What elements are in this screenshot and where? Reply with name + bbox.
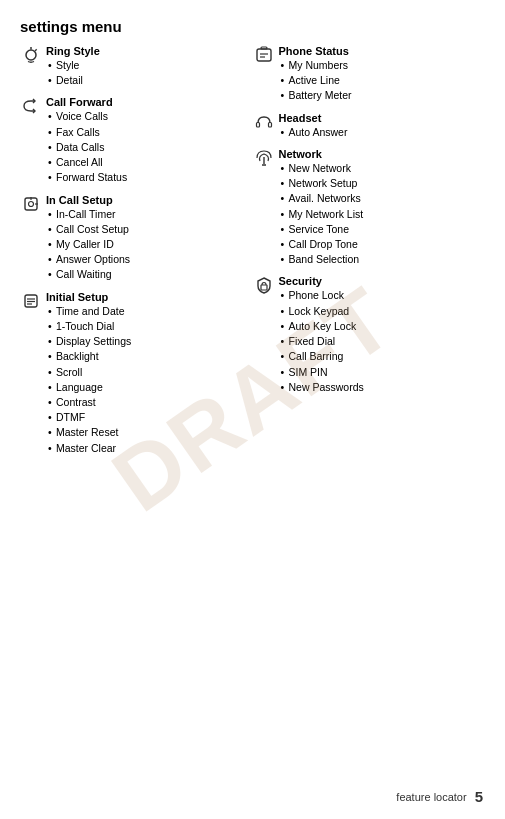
list-item: SIM PIN (279, 365, 486, 380)
list-item: Answer Options (46, 252, 253, 267)
list-item: Avail. Networks (279, 191, 486, 206)
section-content-in-call-setup: In Call SetupIn-Call TimerCall Cost Setu… (46, 194, 253, 283)
section-title-ring-style: Ring Style (46, 45, 253, 57)
list-item: Style (46, 58, 253, 73)
section-content-call-forward: Call ForwardVoice CallsFax CallsData Cal… (46, 96, 253, 185)
list-item: Call Waiting (46, 267, 253, 282)
list-item: Active Line (279, 73, 486, 88)
section-list-phone-status: My NumbersActive LineBattery Meter (279, 58, 486, 104)
footer-page-number: 5 (475, 788, 483, 805)
list-item: My Network List (279, 207, 486, 222)
list-item: 1-Touch Dial (46, 319, 253, 334)
list-item: Display Settings (46, 334, 253, 349)
section-content-security: SecurityPhone LockLock KeypadAuto Key Lo… (279, 275, 486, 395)
list-item: New Network (279, 161, 486, 176)
list-item: Auto Answer (279, 125, 486, 140)
list-item: Master Clear (46, 441, 253, 456)
section-title-network: Network (279, 148, 486, 160)
section-content-phone-status: Phone StatusMy NumbersActive LineBattery… (279, 45, 486, 104)
left-column: Ring StyleStyleDetailCall ForwardVoice C… (20, 45, 253, 464)
list-item: Service Tone (279, 222, 486, 237)
in-call-setup-icon (20, 194, 42, 213)
section-list-network: New NetworkNetwork SetupAvail. NetworksM… (279, 161, 486, 268)
section-initial-setup: Initial SetupTime and Date1-Touch DialDi… (20, 291, 253, 456)
list-item: My Caller ID (46, 237, 253, 252)
security-icon (253, 275, 275, 294)
section-list-security: Phone LockLock KeypadAuto Key LockFixed … (279, 288, 486, 395)
section-in-call-setup: In Call SetupIn-Call TimerCall Cost Setu… (20, 194, 253, 283)
section-content-headset: HeadsetAuto Answer (279, 112, 486, 140)
list-item: Backlight (46, 349, 253, 364)
section-list-headset: Auto Answer (279, 125, 486, 140)
section-network: NetworkNew NetworkNetwork SetupAvail. Ne… (253, 148, 486, 268)
list-item: Lock Keypad (279, 304, 486, 319)
section-content-ring-style: Ring StyleStyleDetail (46, 45, 253, 88)
list-item: Cancel All (46, 155, 253, 170)
list-item: Scroll (46, 365, 253, 380)
list-item: Language (46, 380, 253, 395)
list-item: Battery Meter (279, 88, 486, 103)
footer-label: feature locator (396, 791, 466, 803)
list-item: Detail (46, 73, 253, 88)
section-title-phone-status: Phone Status (279, 45, 486, 57)
list-item: My Numbers (279, 58, 486, 73)
list-item: Network Setup (279, 176, 486, 191)
section-list-call-forward: Voice CallsFax CallsData CallsCancel All… (46, 109, 253, 185)
list-item: Call Cost Setup (46, 222, 253, 237)
section-call-forward: Call ForwardVoice CallsFax CallsData Cal… (20, 96, 253, 185)
section-title-in-call-setup: In Call Setup (46, 194, 253, 206)
section-security: SecurityPhone LockLock KeypadAuto Key Lo… (253, 275, 486, 395)
section-title-security: Security (279, 275, 486, 287)
footer: feature locator 5 (396, 788, 483, 805)
list-item: Auto Key Lock (279, 319, 486, 334)
two-column-layout: Ring StyleStyleDetailCall ForwardVoice C… (20, 45, 485, 464)
list-item: Fixed Dial (279, 334, 486, 349)
section-phone-status: Phone StatusMy NumbersActive LineBattery… (253, 45, 486, 104)
list-item: Contrast (46, 395, 253, 410)
page-title: settings menu (20, 18, 485, 35)
section-list-in-call-setup: In-Call TimerCall Cost SetupMy Caller ID… (46, 207, 253, 283)
network-icon (253, 148, 275, 167)
list-item: Fax Calls (46, 125, 253, 140)
list-item: Forward Status (46, 170, 253, 185)
ring-icon (20, 45, 42, 64)
section-list-initial-setup: Time and Date1-Touch DialDisplay Setting… (46, 304, 253, 456)
list-item: Call Drop Tone (279, 237, 486, 252)
section-ring-style: Ring StyleStyleDetail (20, 45, 253, 88)
list-item: In-Call Timer (46, 207, 253, 222)
section-list-ring-style: StyleDetail (46, 58, 253, 88)
section-content-initial-setup: Initial SetupTime and Date1-Touch DialDi… (46, 291, 253, 456)
section-title-initial-setup: Initial Setup (46, 291, 253, 303)
page-container: DRAFT settings menu Ring StyleStyleDetai… (0, 0, 505, 819)
section-headset: HeadsetAuto Answer (253, 112, 486, 140)
list-item: Voice Calls (46, 109, 253, 124)
list-item: Call Barring (279, 349, 486, 364)
call-forward-icon (20, 96, 42, 115)
section-title-headset: Headset (279, 112, 486, 124)
list-item: Band Selection (279, 252, 486, 267)
headset-icon (253, 112, 275, 131)
section-content-network: NetworkNew NetworkNetwork SetupAvail. Ne… (279, 148, 486, 268)
initial-setup-icon (20, 291, 42, 310)
list-item: Master Reset (46, 425, 253, 440)
section-title-call-forward: Call Forward (46, 96, 253, 108)
list-item: Time and Date (46, 304, 253, 319)
list-item: DTMF (46, 410, 253, 425)
list-item: New Passwords (279, 380, 486, 395)
right-column: Phone StatusMy NumbersActive LineBattery… (253, 45, 486, 464)
list-item: Data Calls (46, 140, 253, 155)
phone-status-icon (253, 45, 275, 64)
list-item: Phone Lock (279, 288, 486, 303)
